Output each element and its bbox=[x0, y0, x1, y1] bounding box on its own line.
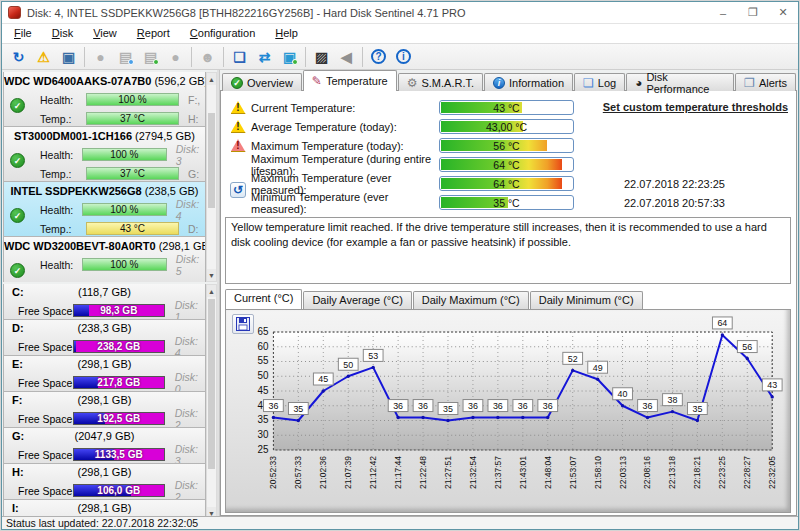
temperature-row: Minimum Temperature (ever measured): 35 … bbox=[225, 193, 791, 212]
menu-help[interactable]: Help bbox=[265, 24, 308, 43]
sidebar-disk-item[interactable]: ✓ WDC WD3200BEVT-80A0RT0 (298,1 GB) Heal… bbox=[3, 236, 206, 282]
status-bar: Status last updated: 22.07.2018 22:32:05 bbox=[2, 516, 798, 529]
free-space-bar: 106,0 GB bbox=[73, 484, 165, 497]
disk-right-text: G: bbox=[188, 168, 199, 180]
health-label: Health: bbox=[40, 259, 82, 271]
window-title: Disk: 4, INTEL SSDPEKKW256G8 [BTHH822216… bbox=[27, 7, 466, 19]
free-space-label: Free Space bbox=[18, 413, 73, 425]
free-space-value: 1133,5 GB bbox=[74, 449, 164, 460]
pencil-icon: ✎ bbox=[312, 75, 322, 87]
temperature-value: 43,00 °C bbox=[440, 120, 573, 133]
sidebar-partition-item[interactable]: E:(298,1 GB) Free Space 217,8 GB Disk: 0 bbox=[3, 355, 206, 392]
monitor-test-icon[interactable]: ▨ bbox=[309, 46, 334, 68]
chart-tab-current-c-[interactable]: Current (°C) bbox=[225, 289, 302, 309]
svg-text:22:32:05: 22:32:05 bbox=[767, 456, 777, 489]
toolbar-separator bbox=[305, 47, 306, 67]
scroll-up-icon[interactable]: ▲ bbox=[207, 73, 216, 85]
svg-text:21:53:07: 21:53:07 bbox=[568, 456, 578, 489]
svg-text:52: 52 bbox=[568, 354, 578, 364]
partition-list-scrollbar[interactable]: ▲ ▼ bbox=[206, 284, 217, 520]
svg-text:64: 64 bbox=[717, 318, 727, 328]
alert-settings-icon[interactable]: ⚠ bbox=[31, 46, 56, 68]
svg-text:36: 36 bbox=[393, 401, 403, 411]
toolbar-separator bbox=[223, 47, 224, 67]
tab-s-m-a-r-t-[interactable]: ⚙S.M.A.R.T. bbox=[398, 73, 483, 91]
tab-label: Alerts bbox=[759, 77, 787, 89]
info-icon[interactable]: i bbox=[391, 46, 416, 68]
disk-ok-icon: ✓ bbox=[10, 98, 25, 113]
free-space-value: 98,3 GB bbox=[74, 305, 164, 316]
sidebar-partition-item[interactable]: G:(2047,9 GB) Free Space 1133,5 GB Disk:… bbox=[3, 427, 206, 464]
toolbar-separator bbox=[191, 47, 192, 67]
toolbar-separator bbox=[84, 47, 85, 67]
menu-file[interactable]: File bbox=[4, 24, 42, 43]
alert-page-icon: ❐ bbox=[744, 77, 755, 89]
temperature-chart: 25303540455055606520:52:3320:57:3321:02:… bbox=[226, 310, 790, 512]
save-chart-button[interactable] bbox=[232, 314, 254, 334]
svg-text:56: 56 bbox=[742, 342, 752, 352]
refresh-icon[interactable]: ↻ bbox=[6, 46, 31, 68]
sidebar-partition-item[interactable]: D:(238,3 GB) Free Space 238,2 GB Disk: 4 bbox=[3, 319, 206, 356]
menu-disk[interactable]: Disk bbox=[42, 24, 83, 43]
chart-tab-daily-average-c-[interactable]: Daily Average (°C) bbox=[303, 291, 411, 309]
menu-configuration[interactable]: Configuration bbox=[180, 24, 265, 43]
disk-right-text: D: bbox=[188, 223, 199, 235]
menu-report[interactable]: Report bbox=[127, 24, 180, 43]
menu-view[interactable]: View bbox=[83, 24, 127, 43]
svg-text:45: 45 bbox=[257, 385, 268, 396]
disk-list-scrollbar[interactable]: ▲ ▼ bbox=[206, 72, 217, 282]
free-space-bar: 98,3 GB bbox=[73, 304, 165, 317]
scrollbar-thumb[interactable] bbox=[208, 113, 215, 208]
tab-temperature[interactable]: ✎Temperature bbox=[303, 70, 397, 91]
disk-ok-icon: ✓ bbox=[10, 208, 25, 223]
sync-icon[interactable]: ⇄ bbox=[252, 46, 277, 68]
svg-text:21:17:44: 21:17:44 bbox=[393, 456, 403, 489]
svg-text:53: 53 bbox=[368, 351, 378, 361]
scrollbar-thumb[interactable] bbox=[208, 299, 215, 469]
minimize-button[interactable]: – bbox=[708, 2, 738, 23]
svg-text:36: 36 bbox=[418, 401, 428, 411]
tab-log[interactable]: ❏Log bbox=[574, 73, 625, 91]
partition-size: (298,1 GB) bbox=[4, 500, 205, 517]
disk-list: ✓ WDC WD6400AAKS-07A7B0 (596,2 GB) Healt… bbox=[3, 72, 206, 282]
surface-test-icon: ● bbox=[88, 46, 113, 68]
toolbar: ↻⚠▣●▤▤●☻❏⇄▣▨◀?i bbox=[2, 44, 798, 70]
svg-text:22:18:21: 22:18:21 bbox=[692, 456, 702, 489]
sidebar-partition-item[interactable]: C:(118,7 GB) Free Space 98,3 GB Disk: 1 bbox=[3, 284, 206, 320]
free-space-value: 106,0 GB bbox=[74, 485, 164, 496]
temperature-bar: 64 °C bbox=[439, 157, 574, 172]
info-icon: i bbox=[493, 77, 505, 89]
sidebar-disk-item[interactable]: ✓ ST3000DM001-1CH166 (2794,5 GB) Health:… bbox=[3, 126, 206, 182]
network-icon[interactable]: ▣ bbox=[277, 46, 302, 68]
sidebar-partition-item[interactable]: F:(298,1 GB) Free Space 192,5 GB Disk: 2 bbox=[3, 391, 206, 428]
chart-tab-bar: Current (°C)Daily Average (°C)Daily Maxi… bbox=[225, 290, 644, 309]
sidebar-disk-item[interactable]: ✓ INTEL SSDPEKKW256G8 (238,5 GB) Health:… bbox=[3, 181, 206, 237]
sidebar-disk-item[interactable]: ✓ WDC WD6400AAKS-07A7B0 (596,2 GB) Healt… bbox=[3, 72, 206, 127]
svg-text:36: 36 bbox=[493, 401, 503, 411]
help-icon[interactable]: ? bbox=[366, 46, 391, 68]
health-label: Health: bbox=[40, 94, 86, 106]
scroll-down-icon[interactable]: ▼ bbox=[207, 269, 216, 281]
tab-information[interactable]: iInformation bbox=[484, 73, 573, 91]
svg-text:21:48:04: 21:48:04 bbox=[543, 456, 553, 489]
disk-right-text: Disk: 3 bbox=[176, 143, 205, 167]
tab-alerts[interactable]: ❐Alerts bbox=[735, 73, 796, 91]
chart-tab-daily-minimum-c-[interactable]: Daily Minimum (°C) bbox=[530, 291, 643, 309]
chart-tab-daily-maximum-c-[interactable]: Daily Maximum (°C) bbox=[413, 291, 529, 309]
svg-text:35: 35 bbox=[257, 414, 268, 425]
scroll-up-icon[interactable]: ▲ bbox=[207, 285, 216, 297]
detect-disk-icon[interactable]: ▣ bbox=[56, 46, 81, 68]
temperature-value: 64 °C bbox=[440, 177, 573, 190]
disk-right-text: H: bbox=[188, 113, 199, 125]
set-thresholds-link[interactable]: Set custom temperature thresholds bbox=[603, 101, 788, 113]
report-icon[interactable]: ❏ bbox=[227, 46, 252, 68]
tab-overview[interactable]: ✓Overview bbox=[222, 73, 302, 91]
temperature-bar: 35 °C bbox=[439, 195, 574, 210]
maximize-button[interactable]: ❐ bbox=[738, 2, 768, 23]
tab-label: Log bbox=[598, 77, 616, 89]
close-button[interactable]: ✕ bbox=[768, 2, 798, 23]
svg-text:21:02:36: 21:02:36 bbox=[318, 456, 328, 489]
sound-icon[interactable]: ◀ bbox=[334, 46, 359, 68]
tab-disk-performance[interactable]: ◕Disk Performance bbox=[626, 73, 734, 91]
sidebar-partition-item[interactable]: H:(298,1 GB) Free Space 106,0 GB Disk: 2 bbox=[3, 463, 206, 500]
